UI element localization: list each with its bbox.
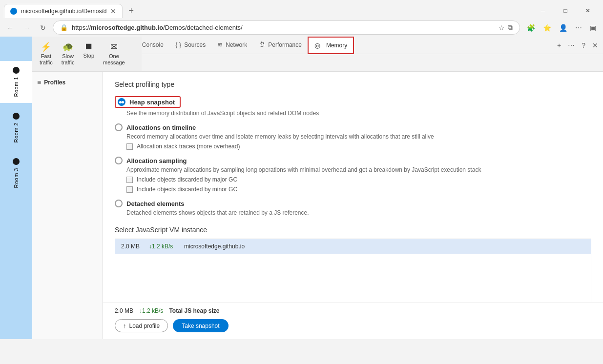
room-3-item[interactable]: Room 3 <box>0 152 32 194</box>
address-text: https://microsoftedge.github.io/Demos/de… <box>72 24 495 31</box>
vm-section: Select JavaScript VM instance 2.0 MB ↓1.… <box>115 226 591 302</box>
action-buttons-bar: ⚡ Fast traffic 🐢 Slow traffic ⏹ Stop ✉ O… <box>32 37 142 71</box>
footer-stats: 2.0 MB ↓1.2 kB/s Total JS heap size <box>115 307 591 314</box>
tab-performance[interactable]: ⏱ Performance <box>253 37 308 54</box>
memory-label: Memory <box>326 42 347 49</box>
allocation-sampling-desc: Approximate memory allocations by sampli… <box>115 166 591 173</box>
devtools-body: ≡ Profiles Select profiling type <box>32 72 603 339</box>
more-options-button[interactable]: ⋯ <box>565 40 578 51</box>
tab-memory[interactable]: ◎ Memory <box>308 37 354 54</box>
footer-rate: ↓1.2 kB/s <box>139 307 163 314</box>
back-button[interactable]: ← <box>4 22 17 34</box>
vm-size: 2.0 MB <box>121 243 143 250</box>
heap-snapshot-label: Heap snapshot <box>129 99 175 106</box>
allocation-sampling-label: Allocation sampling <box>126 157 187 164</box>
one-message-button[interactable]: ✉ One message <box>99 40 129 68</box>
fast-traffic-icon: ⚡ <box>41 41 51 52</box>
refresh-button[interactable]: ↻ <box>37 22 49 34</box>
stop-button[interactable]: ⏹ Stop <box>79 40 98 68</box>
room-2-dot <box>13 113 20 120</box>
new-panel-button[interactable]: + <box>554 40 564 51</box>
sidebar-button[interactable]: ▣ <box>587 22 599 34</box>
address-bold-part: microsoftedge.github.io <box>91 24 163 31</box>
tab-network[interactable]: ≋ Network <box>211 37 253 54</box>
major-gc-checkbox[interactable] <box>126 177 133 183</box>
profile-button[interactable]: 👤 <box>556 22 570 34</box>
load-profile-button[interactable]: ↑ Load profile <box>115 319 168 332</box>
forward-button[interactable]: → <box>21 22 33 34</box>
allocations-timeline-option: Allocations on timeline Record memory al… <box>115 123 591 150</box>
footer-buttons: ↑ Load profile Take snapshot <box>115 319 591 332</box>
split-icon[interactable]: ⧉ <box>508 23 513 32</box>
minimize-button[interactable]: ─ <box>532 3 554 19</box>
load-icon: ↑ <box>123 322 126 329</box>
profiling-area: Select profiling type Heap snapshot See <box>103 72 603 339</box>
detached-radio-row[interactable]: Detached elements <box>115 200 591 207</box>
console-label: Console <box>142 41 164 48</box>
network-label: Network <box>226 41 247 48</box>
lock-icon: 🔒 <box>60 24 68 31</box>
room-1-dot <box>13 67 20 74</box>
vm-rate: ↓1.2 kB/s <box>149 243 178 250</box>
minor-gc-label: Include objects discarded by minor GC <box>137 186 237 193</box>
star-icon[interactable]: ☆ <box>499 24 505 32</box>
tab-close-icon[interactable]: ✕ <box>110 7 116 15</box>
window-controls: ─ □ ✕ <box>532 3 599 19</box>
major-gc-row: Include objects discarded by major GC <box>115 176 591 183</box>
take-snapshot-button[interactable]: Take snapshot <box>173 319 228 332</box>
room-1-label: Room 1 <box>13 77 19 97</box>
fast-traffic-button[interactable]: ⚡ Fast traffic <box>36 40 57 68</box>
fast-traffic-label: Fast traffic <box>40 53 53 66</box>
title-bar: microsoftedge.github.io/Demos/d ✕ + ─ □ … <box>0 0 603 19</box>
stop-icon: ⏹ <box>84 41 93 52</box>
address-bar: ← → ↻ 🔒 https://microsoftedge.github.io/… <box>0 19 603 37</box>
slow-traffic-icon: 🐢 <box>62 41 73 52</box>
alloc-stack-traces-checkbox[interactable] <box>126 143 133 150</box>
browser-extra: 🧩 ⭐ 👤 ⋯ ▣ <box>524 22 599 34</box>
select-profiling-title: Select profiling type <box>115 81 591 88</box>
settings-button[interactable]: ⋯ <box>572 22 585 34</box>
devtools-close-button[interactable]: ✕ <box>589 40 601 51</box>
alloc-stack-traces-label: Allocation stack traces (more overhead) <box>137 143 240 150</box>
performance-icon: ⏱ <box>259 41 265 48</box>
close-button[interactable]: ✕ <box>577 3 599 19</box>
maximize-button[interactable]: □ <box>554 3 577 19</box>
detached-elements-radio[interactable] <box>115 200 123 207</box>
take-snapshot-label: Take snapshot <box>182 323 219 329</box>
allocation-sampling-radio[interactable] <box>115 157 123 164</box>
address-input[interactable]: 🔒 https://microsoftedge.github.io/Demos/… <box>53 20 520 35</box>
footer-size: 2.0 MB <box>115 307 133 314</box>
heap-snapshot-radio-row[interactable]: Heap snapshot <box>115 96 591 108</box>
footer-heap-label: Total JS heap size <box>169 307 219 314</box>
vm-item-0[interactable]: 2.0 MB ↓1.2 kB/s microsoftedge.github.io <box>115 239 591 254</box>
memory-icon: ◎ <box>314 41 320 49</box>
extensions-button[interactable]: 🧩 <box>524 22 538 34</box>
favorites-button[interactable]: ⭐ <box>540 22 554 34</box>
minor-gc-checkbox[interactable] <box>126 186 133 193</box>
heap-snapshot-desc: See the memory distribution of JavaScrip… <box>115 110 591 117</box>
browser-tab[interactable]: microsoftedge.github.io/Demos/d ✕ <box>4 4 123 18</box>
profiles-label: Profiles <box>44 79 65 86</box>
vm-list[interactable]: 2.0 MB ↓1.2 kB/s microsoftedge.github.io <box>115 239 591 302</box>
slow-traffic-label: Slow traffic <box>62 53 75 66</box>
new-tab-button[interactable]: + <box>125 4 138 18</box>
room-1-item[interactable]: Room 1 <box>0 61 32 103</box>
devtools-panel: ⌂ Welcome </> Elements ► Console { } Sou… <box>32 37 603 339</box>
sampling-radio-row[interactable]: Allocation sampling <box>115 157 591 164</box>
room-2-item[interactable]: Room 2 <box>0 107 32 149</box>
allocations-timeline-radio[interactable] <box>115 123 123 131</box>
devtools-extra-buttons: + ⋯ ? ✕ <box>554 40 601 51</box>
heap-snapshot-radio[interactable] <box>118 98 125 106</box>
profiling-main: Select profiling type Heap snapshot See <box>103 72 603 302</box>
alloc-stack-traces-row: Allocation stack traces (more overhead) <box>115 143 591 150</box>
profiles-icon: ≡ <box>37 79 41 86</box>
rooms-list: Room 1 Room 2 Room 3 <box>0 61 32 194</box>
browser-chrome: microsoftedge.github.io/Demos/d ✕ + ─ □ … <box>0 0 603 37</box>
allocations-timeline-label: Allocations on timeline <box>126 124 196 131</box>
help-button[interactable]: ? <box>579 40 588 51</box>
profiling-footer: 2.0 MB ↓1.2 kB/s Total JS heap size ↑ Lo… <box>103 302 603 339</box>
minor-gc-row: Include objects discarded by minor GC <box>115 186 591 193</box>
slow-traffic-button[interactable]: 🐢 Slow traffic <box>58 40 79 68</box>
allocations-radio-row[interactable]: Allocations on timeline <box>115 123 591 131</box>
tab-sources[interactable]: { } Sources <box>169 37 211 54</box>
